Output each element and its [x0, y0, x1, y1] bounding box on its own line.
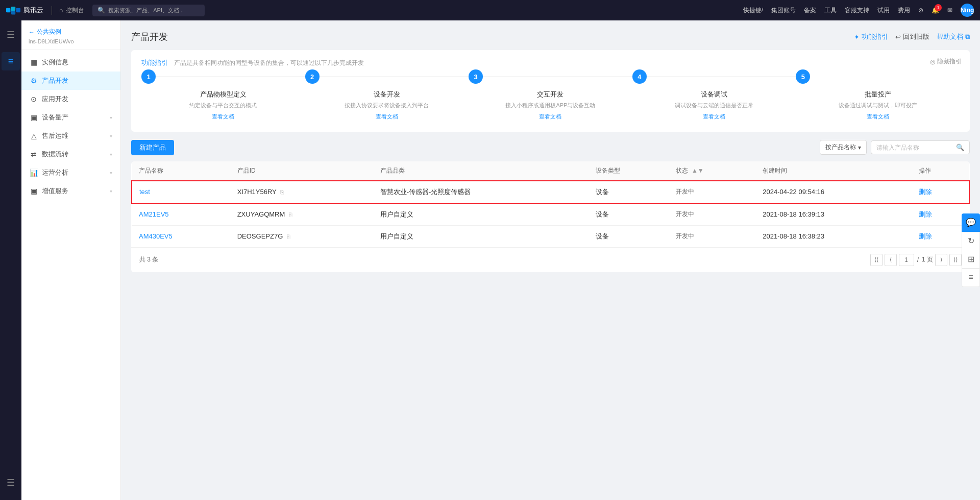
copy-icon[interactable]: ⎘ [289, 211, 292, 218]
cell-status: 开发中 [669, 225, 756, 247]
guide-card-desc: 产品是具备相同功能的同型号设备的集合，可以通过以下几步完成开发 [174, 59, 364, 66]
search-filter: 按产品名称 ▾ 🔍 [820, 140, 970, 155]
sidebar-item-ops-analysis[interactable]: 📊 运营分析 ▾ [21, 163, 120, 182]
trial-btn[interactable]: 试用 [877, 6, 890, 15]
feature-guide-btn[interactable]: ✦ 功能指引 [854, 32, 888, 41]
filter-select[interactable]: 按产品名称 ▾ [820, 140, 867, 155]
global-nav-list[interactable]: ≡ [2, 52, 20, 70]
delete-btn[interactable]: 删除 [919, 188, 932, 196]
sidebar-item-label: 增值服务 [42, 186, 68, 196]
product-name-link[interactable]: AM21EV5 [139, 210, 169, 218]
col-header-status[interactable]: 状态 ▲▼ [669, 161, 756, 181]
search-input[interactable] [876, 144, 953, 151]
app-dev-icon: ⊙ [30, 95, 38, 103]
sidebar-item-device-mass[interactable]: ▣ 设备量产 ▾ [21, 108, 120, 127]
page-title-text: 产品开发 [131, 31, 168, 43]
step-detail-1: 约定设备与平台交互的模式 [141, 101, 305, 110]
sidebar-item-data-flow[interactable]: ⇄ 数据流转 ▾ [21, 145, 120, 163]
external-link-icon: ⧉ [965, 33, 970, 41]
home-icon: ⌂ [59, 7, 63, 14]
sort-icon: ▲▼ [692, 167, 704, 174]
global-sidebar: ☰ ≡ ☰ [0, 20, 21, 500]
float-qr-btn[interactable]: ⊞ [962, 250, 980, 269]
copy-icon[interactable]: ⎘ [287, 233, 290, 240]
group-account-btn[interactable]: 集团账号 [771, 6, 796, 15]
cell-device-type: 设备 [589, 225, 668, 247]
search-icon[interactable]: 🔍 [956, 144, 964, 151]
guide-badge: 功能指引 [141, 59, 168, 66]
nav-left: 腾讯云 ⌂ 控制台 🔍 搜索资源、产品、API、文档... [6, 5, 205, 16]
sidebar-item-after-sales[interactable]: △ 售后运维 ▾ [21, 127, 120, 145]
logo[interactable]: 腾讯云 [6, 5, 43, 15]
step-circle-3: 3 [469, 69, 483, 84]
table-row: AM21EV5 ZXUYAGQMRM ⎘ 用户自定义 设备 开发中 2021-0… [132, 203, 969, 226]
help-icon[interactable]: ⊘ [918, 7, 923, 14]
step-circle-2: 2 [305, 69, 320, 84]
step-circle-4: 4 [632, 69, 647, 84]
step-link-4[interactable]: 查看文档 [632, 113, 796, 121]
step-link-1[interactable]: 查看文档 [141, 113, 305, 121]
step-link-2[interactable]: 查看文档 [305, 113, 469, 121]
first-page-btn[interactable]: ⟨⟨ [870, 254, 883, 266]
toolbar: 新建产品 按产品名称 ▾ 🔍 [131, 140, 970, 155]
prev-page-btn[interactable]: ⟨ [885, 254, 897, 266]
pagination-total: 共 3 条 [139, 255, 158, 264]
global-nav-collapse[interactable]: ☰ [2, 473, 20, 492]
cell-type: 用户自定义 [373, 225, 589, 247]
step-name-5: 批量投产 [796, 90, 960, 99]
float-refresh-btn[interactable]: ↻ [962, 232, 980, 250]
main-content: 产品开发 ✦ 功能指引 ↩ 回到旧版 帮助文档 ⧉ 功能指引 产品 [121, 20, 980, 500]
delete-btn[interactable]: 删除 [919, 232, 932, 240]
back-arrow-icon: ← [29, 29, 35, 36]
new-product-btn[interactable]: 新建产品 [131, 140, 174, 155]
step-link-3[interactable]: 查看文档 [469, 113, 632, 121]
sidebar-item-label: 运营分析 [42, 168, 68, 177]
copy-icon[interactable]: ⎘ [280, 189, 284, 195]
float-customer-service-btn[interactable]: 💬 [962, 213, 980, 232]
global-sidebar-bottom: ☰ [2, 473, 20, 500]
customer-service-btn[interactable]: 客服支持 [845, 6, 869, 15]
sidebar-item-app-dev[interactable]: ⊙ 应用开发 [21, 90, 120, 108]
breadcrumb[interactable]: ⌂ 控制台 [52, 6, 84, 15]
backup-btn[interactable]: 备案 [804, 6, 816, 15]
message-icon[interactable]: ✉ [947, 7, 952, 14]
next-page-btn[interactable]: ⟩ [935, 254, 947, 266]
sidebar-item-instance-info[interactable]: ▦ 实例信息 [21, 53, 120, 72]
pagination: 共 3 条 ⟨⟨ ⟨ 1 / 1 页 ⟩ ⟩⟩ [131, 247, 970, 272]
global-search[interactable]: 🔍 搜索资源、产品、API、文档... [92, 5, 205, 16]
sidebar-back-btn[interactable]: ← 公共实例 [29, 28, 113, 36]
quick-keys-btn[interactable]: 快捷键/ [743, 6, 763, 15]
step-name-4: 设备调试 [632, 90, 796, 99]
feature-guide-icon: ✦ [854, 33, 860, 41]
product-name-link[interactable]: test [139, 188, 150, 196]
tools-btn[interactable]: 工具 [824, 6, 837, 15]
help-docs-btn[interactable]: 帮助文档 ⧉ [937, 32, 970, 41]
user-avatar[interactable]: Ning [961, 4, 974, 17]
sidebar-item-value-added[interactable]: ▣ 增值服务 ▾ [21, 182, 120, 200]
product-dev-icon: ⚙ [30, 77, 38, 85]
sidebar-item-product-dev[interactable]: ⚙ 产品开发 [21, 72, 120, 90]
step-detail-2: 按接入协议要求将设备接入到平台 [305, 101, 469, 110]
col-header-action: 操作 [912, 161, 969, 181]
global-nav-menu[interactable]: ☰ [2, 26, 20, 44]
hide-guide-btn[interactable]: ◎ 隐藏指引 [930, 57, 962, 66]
search-placeholder: 搜索资源、产品、API、文档... [108, 7, 184, 14]
delete-btn[interactable]: 删除 [919, 210, 932, 218]
back-to-old-btn[interactable]: ↩ 回到旧版 [895, 32, 929, 41]
last-page-btn[interactable]: ⟩⟩ [949, 254, 962, 266]
cell-id: ZXUYAGQMRM ⎘ [230, 203, 373, 226]
notification-bell[interactable]: 🔔 1 [932, 7, 939, 14]
control-panel-link[interactable]: 控制台 [66, 6, 84, 15]
nav-right: 快捷键/ 集团账号 备案 工具 客服支持 试用 费用 ⊘ 🔔 1 ✉ Ning [743, 4, 974, 17]
guide-card: 功能指引 产品是具备相同功能的同型号设备的集合，可以通过以下几步完成开发 ◎ 隐… [131, 50, 970, 132]
step-link-5[interactable]: 查看文档 [796, 113, 960, 121]
sidebar-item-label: 设备量产 [42, 113, 68, 122]
step-circle-5: 5 [796, 69, 810, 84]
status-badge: 开发中 [676, 210, 694, 218]
col-header-type: 产品品类 [373, 161, 589, 181]
product-name-link[interactable]: AM430EV5 [139, 232, 173, 240]
notification-count: 1 [935, 4, 942, 11]
billing-btn[interactable]: 费用 [898, 6, 910, 15]
svg-rect-0 [6, 8, 10, 12]
float-menu-btn[interactable]: ≡ [962, 269, 980, 287]
